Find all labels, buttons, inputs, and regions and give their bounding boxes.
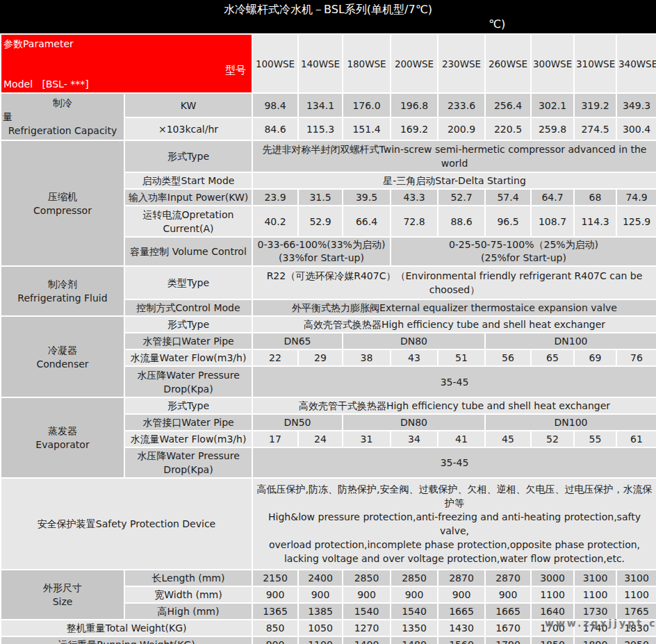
fluid-type-value: R22（可选环保冷媒R407C）（Environmental friendly … [252, 266, 656, 299]
value-cell: 1100 [531, 586, 574, 603]
safety-line-en3: lacking voltage and over voltage protect… [254, 552, 655, 565]
value-cell: 1850 [531, 636, 574, 644]
value-cell: 43.3 [391, 189, 438, 206]
value-cell: 274.5 [574, 117, 616, 140]
group-en: Size [3, 595, 122, 609]
group-zh: 压缩机 [3, 190, 122, 204]
value-cell: 52.7 [438, 189, 485, 206]
model-header-260wse: 260WSE [485, 34, 531, 93]
value-cell: 114.3 [574, 206, 616, 237]
evaporator-pipe-dn50: DN50 [252, 414, 343, 431]
value-cell: 56 [485, 349, 531, 366]
value-cell: 1790 [485, 636, 531, 644]
value-cell: 1400 [343, 636, 391, 644]
value-cell: 900 [343, 586, 391, 603]
value-cell: 302.1 [531, 93, 574, 117]
value-cell: 900 [252, 586, 298, 603]
row-label-evaporator-drop: 水压降Water Pressure Drop(Kpa) [124, 447, 252, 478]
group-en: Evaporator [3, 438, 122, 452]
value-cell: 52.9 [298, 206, 343, 237]
value-cell: 233.6 [438, 93, 485, 117]
value-cell: 2850 [391, 570, 438, 586]
value-cell: 1830 [616, 620, 656, 636]
group-zh-wrap: 量 [3, 110, 122, 124]
evaporator-pipe-dn80: DN80 [343, 414, 485, 431]
value-cell: 1100 [616, 586, 656, 603]
group-condenser: 冷凝器 Condenser [1, 316, 124, 397]
value-cell: 125.9 [616, 206, 656, 237]
value-cell: 1050 [298, 620, 343, 636]
value-cell: 134.1 [298, 93, 343, 117]
volume-control-left: 0-33-66-100%(33%为启动) (33%for Start-up) [252, 237, 391, 266]
value-cell: 200.9 [438, 117, 485, 140]
value-cell: 72.8 [391, 206, 438, 237]
value-cell: 24 [298, 431, 343, 447]
running-weight-row: 运行重量Running Weight(KG) 900 1100 1400 148… [1, 636, 656, 644]
model-header-300wse: 300WSE [531, 34, 574, 93]
safety-value: 高低压保护,防冻、防热保护,安全阀、过载保护、欠相、逆相、欠电压、过电压保护，水… [252, 478, 656, 570]
row-label-input-power: 输入功率Input Power(KW) [124, 189, 252, 206]
safety-line-en1: High&low pressure protection,anti-freezi… [254, 510, 655, 538]
value-cell: 1270 [343, 620, 391, 636]
row-label-evaporator-pipe: 水管接口Water Pipe [124, 414, 252, 431]
value-cell: 2150 [252, 570, 298, 586]
value-cell: 34 [391, 431, 438, 447]
volume-left-line1: 0-33-66-100%(33%为启动) [254, 238, 388, 251]
value-cell: 40.2 [252, 206, 298, 237]
value-cell: 2850 [343, 570, 391, 586]
value-cell: 1385 [298, 603, 343, 620]
value-cell: 17 [252, 431, 298, 447]
value-cell: 1430 [438, 620, 485, 636]
evaporator-pipe-dn100: DN100 [485, 414, 656, 431]
value-cell: 1100 [574, 586, 616, 603]
compressor-type-row: 压缩机 Compressor 形式Type 先进非对称半封闭双螺杆式Twin-s… [1, 140, 656, 172]
row-label-condenser-drop: 水压降Water Pressure Drop(Kpa) [124, 366, 252, 397]
volume-right-line2: (25%for Start-up) [393, 251, 655, 265]
value-cell: 76 [616, 349, 656, 366]
model-header-180wse: 180WSE [343, 34, 391, 93]
value-cell: 1665 [485, 603, 531, 620]
value-cell: 69 [574, 349, 616, 366]
length-row: 外形尺寸 Size 长Length (mm) 2150 2400 2850 28… [1, 570, 656, 586]
value-cell: 176.0 [343, 93, 391, 117]
row-label-condenser-pipe: 水管接口Water Pipe [124, 333, 252, 349]
value-cell: 1100 [298, 636, 343, 644]
value-cell: 39.5 [343, 189, 391, 206]
value-cell: 31 [343, 431, 391, 447]
value-cell: 57.4 [485, 189, 531, 206]
value-cell: 2870 [485, 570, 531, 586]
value-cell: 900 [391, 586, 438, 603]
model-header-100wse: 100WSE [252, 34, 298, 93]
row-label-operation-current: 运转电流Opretation Current(A) [124, 206, 252, 237]
model-type-label: 型号 [225, 63, 246, 77]
value-cell: 22 [252, 349, 298, 366]
value-cell: 1540 [391, 603, 438, 620]
row-label-condenser-flow: 水流量Water Flow(m3/h) [124, 349, 252, 366]
parameter-model-corner: 参数Parameter 型号 Model [BSL- ***] [1, 34, 252, 93]
value-cell: 43 [391, 349, 438, 366]
condenser-type-row: 冷凝器 Condenser 形式Type 高效壳管式换热器High effici… [1, 316, 656, 333]
value-cell: 900 [298, 586, 343, 603]
row-label-total-weight: 整机重量Total Weight(KG) [1, 620, 252, 636]
group-refrigerating-fluid: 制冷剂 Refrigerating Fluid [1, 266, 124, 316]
row-label-fluid-type: 类型Type [124, 266, 252, 299]
group-refrigeration-capacity: 制冷 量 Refrigeration Capacity [1, 93, 124, 140]
row-label-evaporator-type: 形式Type [124, 397, 252, 414]
model-header-row: 参数Parameter 型号 Model [BSL- ***] 100WSE 1… [1, 34, 656, 93]
model-header-230wse: 230WSE [438, 34, 485, 93]
condenser-pipe-dn80: DN80 [343, 333, 485, 349]
value-cell: 64.7 [531, 189, 574, 206]
condenser-drop-value: 35-45 [252, 366, 656, 397]
value-cell: 84.6 [252, 117, 298, 140]
group-zh: 外形尺寸 [3, 581, 122, 595]
condenser-pipe-dn100: DN100 [485, 333, 656, 349]
value-cell: 2400 [298, 570, 343, 586]
total-weight-row: 整机重量Total Weight(KG) 850 1050 1270 1350 … [1, 620, 656, 636]
group-zh: 制冷剂 [3, 277, 122, 291]
group-en: Refrigeration Capacity [3, 124, 122, 138]
value-cell: 1740 [574, 620, 616, 636]
parameter-label: 参数Parameter [3, 37, 74, 51]
fluid-type-row: 制冷剂 Refrigerating Fluid 类型Type R22（可选环保冷… [1, 266, 656, 299]
value-cell: 196.8 [391, 93, 438, 117]
page-title-line1: 水冷螺杆式冷水机－BSL系列(单机型/7℃) [0, 2, 656, 17]
